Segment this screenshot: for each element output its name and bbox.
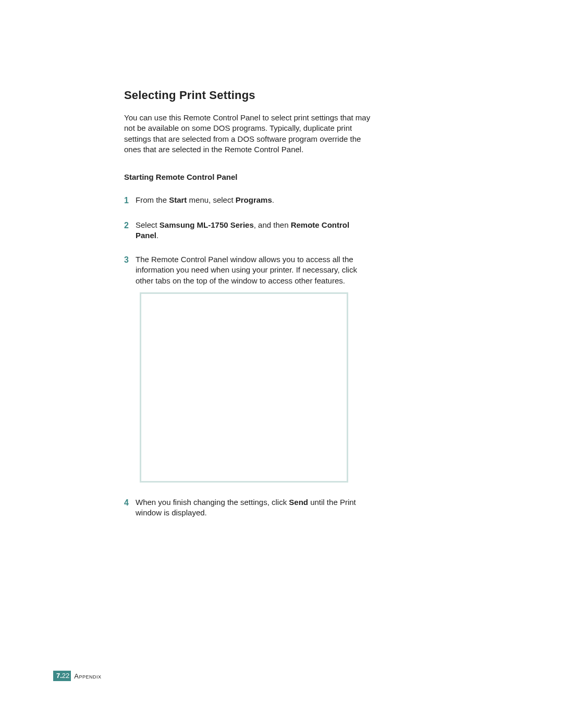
step-3: 3 The Remote Control Panel window allows… <box>124 254 374 286</box>
text-fragment: When you finish changing the settings, c… <box>136 498 289 507</box>
page-number: 22 <box>62 672 69 680</box>
intro-paragraph: You can use this Remote Control Panel to… <box>124 113 374 155</box>
step-4: 4 When you finish changing the settings,… <box>124 497 374 519</box>
step-text: Select Samsung ML-1750 Series, and then … <box>136 220 374 241</box>
bold-product: Samsung ML-1750 Series <box>160 220 254 229</box>
text-fragment: , and then <box>254 220 291 229</box>
sub-heading: Starting Remote Control Panel <box>124 172 374 181</box>
screenshot-placeholder <box>140 292 348 483</box>
page-number-badge: 7.22 <box>53 671 71 681</box>
section-title: Selecting Print Settings <box>124 89 374 102</box>
bold-send: Send <box>289 498 308 507</box>
bold-start: Start <box>169 195 187 204</box>
content-area: Selecting Print Settings You can use thi… <box>124 89 374 532</box>
document-page: Selecting Print Settings You can use thi… <box>0 0 563 728</box>
step-number: 4 <box>124 497 136 509</box>
page-footer: 7.22 Appendix <box>53 671 102 681</box>
chapter-number: 7. <box>56 672 62 680</box>
step-number: 3 <box>124 254 136 266</box>
appendix-label: Appendix <box>74 672 101 680</box>
step-number: 1 <box>124 195 136 206</box>
bold-programs: Programs <box>236 195 272 204</box>
text-fragment: From the <box>136 195 169 204</box>
step-text: From the Start menu, select Programs. <box>136 195 274 205</box>
step-2: 2 Select Samsung ML-1750 Series, and the… <box>124 220 374 241</box>
step-1: 1 From the Start menu, select Programs. <box>124 195 374 206</box>
text-fragment: . <box>156 231 158 240</box>
step-text: The Remote Control Panel window allows y… <box>136 254 374 286</box>
step-number: 2 <box>124 220 136 231</box>
step-text: When you finish changing the settings, c… <box>136 497 374 519</box>
text-fragment: . <box>272 195 274 204</box>
text-fragment: Select <box>136 220 160 229</box>
text-fragment: menu, select <box>187 195 235 204</box>
